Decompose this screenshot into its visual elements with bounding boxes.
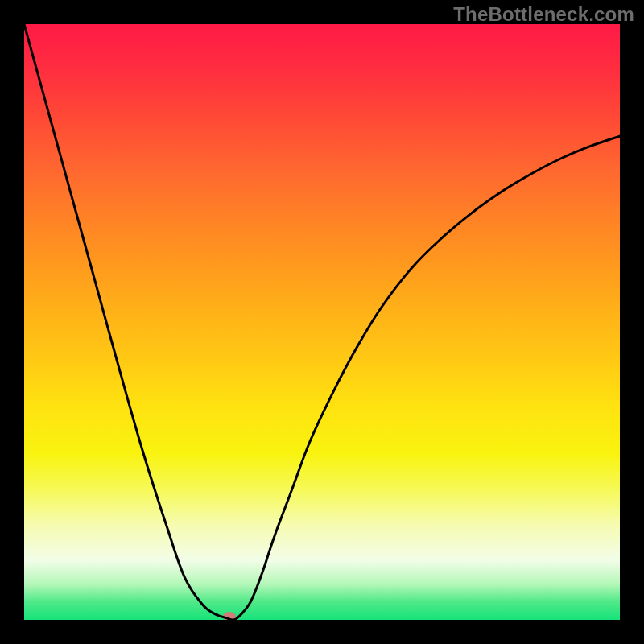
- chart-frame: TheBottleneck.com: [0, 0, 644, 644]
- bottleneck-curve: [24, 24, 620, 620]
- watermark-text: TheBottleneck.com: [453, 3, 634, 26]
- plot-area: [24, 24, 620, 620]
